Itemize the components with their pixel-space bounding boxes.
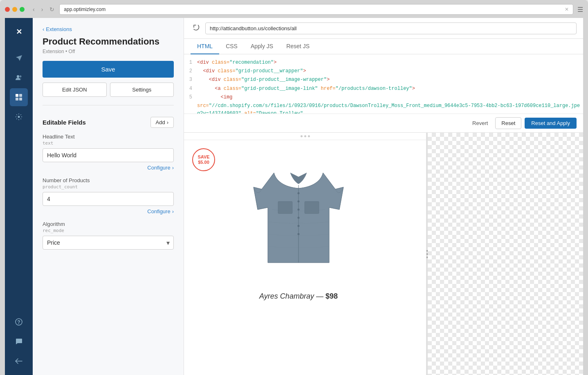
maximize-dot[interactable] xyxy=(20,7,25,12)
code-line-6: src="//cdn.shopify.com/s/files/1/0923/09… xyxy=(184,102,583,114)
forward-button[interactable]: › xyxy=(40,5,45,13)
product-name: Ayres Chambray — $98 xyxy=(192,292,405,301)
product-price: $98 xyxy=(325,292,338,300)
tab-apply-js[interactable]: Apply JS xyxy=(244,39,280,54)
editable-fields-title: Editable Fields xyxy=(43,119,86,126)
product-count-input[interactable] xyxy=(43,192,174,206)
code-tabs: HTML CSS Apply JS Reset JS xyxy=(184,39,583,54)
algorithm-select[interactable]: Price Popularity Recently Viewed Related xyxy=(43,236,174,250)
svg-point-3 xyxy=(20,76,22,78)
sidebar-bottom: ? xyxy=(10,313,28,370)
save-badge-line1: SAVE xyxy=(197,154,209,160)
product-name-text: Ayres Chambray xyxy=(259,292,314,300)
algorithm-label: Algorithm xyxy=(43,221,174,227)
svg-point-2 xyxy=(17,75,19,78)
save-badge: SAVE $5.00 xyxy=(192,148,215,171)
configure-headline-link[interactable]: Configure › xyxy=(43,165,174,171)
revert-button[interactable]: Revert xyxy=(468,118,492,129)
back-button[interactable]: ‹ xyxy=(31,5,36,13)
code-actions: Revert Reset Reset and Apply xyxy=(184,114,583,132)
back-link[interactable]: ‹ Extensions xyxy=(43,26,174,32)
headline-text-type: text xyxy=(43,141,174,146)
edit-json-button[interactable]: Edit JSON xyxy=(43,83,107,97)
chevron-right-icon: › xyxy=(172,165,174,171)
code-line-4: 4 <a class="grid-product__image-link" hr… xyxy=(184,85,583,93)
tab-css[interactable]: CSS xyxy=(219,39,244,54)
preview-content: SAVE $5.00 xyxy=(184,133,583,375)
preview-reload-button[interactable] xyxy=(191,22,201,34)
sidebar-back-button[interactable] xyxy=(10,352,28,370)
save-badge-line2: $5.00 xyxy=(198,160,209,165)
panel-actions: Edit JSON Settings xyxy=(43,83,174,97)
code-editor[interactable]: 1 <div class="recomendation"> 2 <div cla… xyxy=(184,54,583,114)
headline-text-field-group: Headline Text text Configure › xyxy=(33,134,184,171)
save-button[interactable]: Save xyxy=(43,61,174,78)
product-card: SAVE $5.00 xyxy=(184,140,413,309)
algorithm-field-group: Algorithm rec_mode Price Popularity Rece… xyxy=(33,221,184,250)
algorithm-type: rec_mode xyxy=(43,228,174,233)
svg-text:✕: ✕ xyxy=(16,28,22,36)
panel-title: Product Recommendations xyxy=(43,36,174,47)
configure-label: Configure xyxy=(147,165,170,171)
configure-product-count-link[interactable]: Configure › xyxy=(43,208,174,214)
close-dot[interactable] xyxy=(5,7,10,12)
preview-right-checkerboard xyxy=(428,133,583,375)
sidebar-item-campaigns[interactable] xyxy=(10,49,28,67)
code-line-1: 1 <div class="recomendation"> xyxy=(184,58,583,67)
svg-point-8 xyxy=(18,116,20,118)
sidebar-chat-button[interactable] xyxy=(10,333,28,350)
browser-dots xyxy=(5,7,25,12)
headline-text-input[interactable] xyxy=(43,148,174,162)
reset-apply-button[interactable]: Reset and Apply xyxy=(525,118,577,129)
browser-url-text: app.optimizley.com xyxy=(64,7,105,12)
algorithm-select-wrapper: Price Popularity Recently Viewed Related… xyxy=(43,236,174,250)
app-logo: ✕ xyxy=(10,23,28,41)
chevron-left-icon: ‹ xyxy=(43,26,44,32)
panel-header: ‹ Extensions Product Recommendations Ext… xyxy=(33,18,184,117)
chevron-right-icon: › xyxy=(167,119,168,125)
minimize-dot[interactable] xyxy=(12,7,17,12)
product-count-type: product_count xyxy=(43,184,174,190)
product-image xyxy=(245,156,352,279)
sidebar-help-button[interactable]: ? xyxy=(10,313,28,331)
reset-button[interactable]: Reset xyxy=(495,117,521,129)
code-line-2: 2 <div class="grid-product__wrapper"> xyxy=(184,67,583,76)
divider xyxy=(43,105,174,105)
headline-text-label: Headline Text xyxy=(43,134,174,140)
panel-subtitle: Extension • Off xyxy=(43,49,174,54)
svg-text:?: ? xyxy=(17,319,20,325)
code-line-3: 3 <div class="grid-product__image-wrappe… xyxy=(184,76,583,84)
back-link-label: Extensions xyxy=(46,26,72,32)
add-label: Add xyxy=(156,119,165,125)
preview-url-input[interactable] xyxy=(205,22,577,34)
sidebar-item-settings[interactable] xyxy=(10,108,28,126)
sidebar-item-audiences[interactable] xyxy=(10,69,28,87)
editable-fields-header: Editable Fields Add › xyxy=(33,117,184,128)
tab-html[interactable]: HTML xyxy=(191,39,219,54)
preview-area: HTML CSS Apply JS Reset JS 1 <div class=… xyxy=(184,18,583,375)
browser-titlebar: ‹ › ↻ app.optimizley.com ✕ ☰ xyxy=(5,4,583,18)
svg-rect-7 xyxy=(19,98,22,100)
svg-rect-6 xyxy=(16,98,18,100)
code-tabs-area: HTML CSS Apply JS Reset JS 1 <div class=… xyxy=(184,39,583,133)
refresh-button[interactable]: ↻ xyxy=(48,5,56,13)
chevron-right-icon: › xyxy=(172,208,174,214)
close-icon: ✕ xyxy=(565,7,569,12)
tab-reset-js[interactable]: Reset JS xyxy=(280,39,316,54)
svg-rect-12 xyxy=(305,201,319,214)
sidebar-item-extensions[interactable] xyxy=(10,88,28,106)
browser-nav: ‹ › ↻ xyxy=(31,5,56,13)
browser-menu-icon[interactable]: ☰ xyxy=(577,6,583,13)
svg-rect-5 xyxy=(19,94,22,97)
svg-rect-4 xyxy=(16,94,18,97)
add-field-button[interactable]: Add › xyxy=(150,117,174,128)
configure-label: Configure xyxy=(147,208,170,214)
svg-point-14 xyxy=(298,192,300,194)
preview-left: SAVE $5.00 xyxy=(184,133,426,375)
product-count-field-group: Number of Products product_count Configu… xyxy=(33,177,184,214)
product-image-container xyxy=(192,148,405,287)
preview-toolbar xyxy=(184,18,583,39)
settings-button[interactable]: Settings xyxy=(110,83,174,97)
browser-url-bar[interactable]: app.optimizley.com ✕ xyxy=(59,4,573,15)
app-sidebar: ✕ xyxy=(5,18,33,375)
